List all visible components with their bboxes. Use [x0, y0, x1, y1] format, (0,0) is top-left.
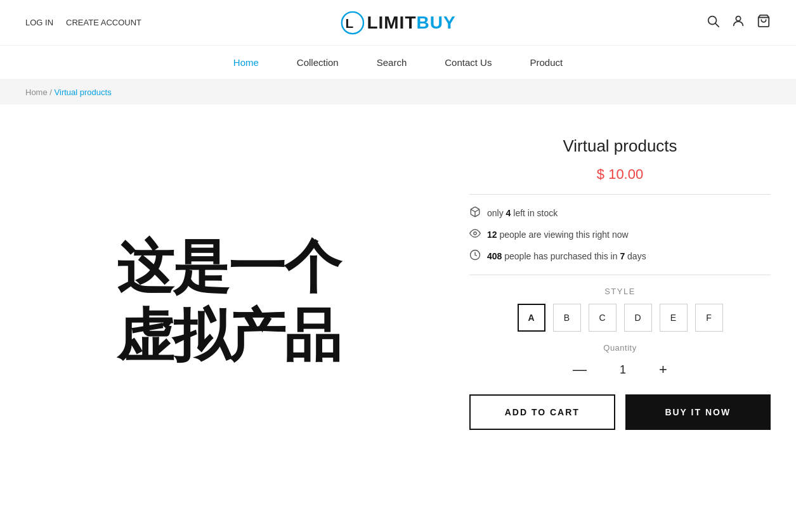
svg-point-7 [474, 232, 477, 235]
action-buttons: ADD TO CART BUY IT NOW [469, 394, 771, 430]
quantity-increase-button[interactable]: + [653, 360, 674, 379]
style-label: STYLE [469, 287, 771, 296]
nav-home[interactable]: Home [233, 57, 259, 68]
style-options: A B C D E F [469, 304, 771, 332]
product-image-area: 这是一个 虚拟产品 [25, 130, 431, 472]
breadcrumb-separator: / [49, 88, 52, 97]
breadcrumb-current: Virtual products [55, 88, 112, 97]
stock-info: only 4 left in stock 12 people are viewi… [469, 206, 771, 263]
logo-buy: BUY [416, 13, 455, 33]
buy-now-button[interactable]: BUY IT NOW [625, 394, 771, 430]
breadcrumb: Home / Virtual products [0, 80, 796, 105]
add-to-cart-button[interactable]: ADD TO CART [469, 394, 615, 430]
header: LOG IN CREATE ACCOUNT L LIMITBUY [0, 0, 796, 46]
purchase-icon [469, 249, 481, 263]
product-image-line2: 虚拟产品 [117, 301, 340, 370]
svg-point-4 [736, 16, 740, 21]
product-image-line1: 这是一个 [117, 233, 340, 301]
style-option-e[interactable]: E [660, 304, 688, 332]
style-option-a[interactable]: A [518, 304, 545, 332]
style-option-b[interactable]: B [553, 304, 581, 332]
style-option-c[interactable]: C [589, 304, 617, 332]
nav-contact-us[interactable]: Contact Us [445, 57, 492, 68]
product-price: $ 10.00 [469, 166, 771, 183]
viewers-count: 12 [487, 230, 497, 240]
stock-row: only 4 left in stock [469, 206, 771, 220]
purchased-text: 408 people has purchased this in 7 days [487, 251, 646, 261]
cart-icon[interactable] [757, 14, 771, 31]
nav-search[interactable]: Search [377, 57, 407, 68]
product-image-box: 这是一个 虚拟产品 [25, 130, 431, 472]
viewers-text: 12 people are viewing this right now [487, 230, 629, 240]
nav-product[interactable]: Product [530, 57, 563, 68]
search-icon[interactable] [706, 14, 720, 31]
create-account-link[interactable]: CREATE ACCOUNT [66, 18, 141, 27]
style-section: STYLE A B C D E F [469, 287, 771, 332]
logo-limit: LIMIT [367, 13, 416, 33]
divider-stock [469, 275, 771, 275]
quantity-control: — 1 + [469, 360, 771, 379]
product-layout: 这是一个 虚拟产品 Virtual products $ 10.00 only … [0, 105, 796, 510]
quantity-label: Quantity [469, 343, 771, 353]
header-right-icons [706, 14, 771, 31]
account-icon[interactable] [731, 14, 745, 31]
quantity-decrease-button[interactable]: — [566, 360, 593, 379]
login-link[interactable]: LOG IN [25, 18, 53, 27]
purchased-days: 7 [620, 251, 625, 261]
nav-bar: Home Collection Search Contact Us Produc… [0, 46, 796, 80]
style-option-d[interactable]: D [624, 304, 652, 332]
product-image-text: 这是一个 虚拟产品 [117, 233, 340, 370]
svg-text:L: L [345, 15, 354, 30]
product-title: Virtual products [469, 136, 771, 156]
stock-text: only 4 left in stock [487, 208, 558, 218]
product-details: Virtual products $ 10.00 only 4 left in … [469, 130, 771, 472]
quantity-section: Quantity — 1 + [469, 343, 771, 379]
logo[interactable]: L LIMITBUY [340, 11, 455, 35]
divider-price [469, 194, 771, 195]
purchased-count: 408 [487, 251, 502, 261]
box-icon [469, 206, 481, 220]
style-option-f[interactable]: F [695, 304, 723, 332]
logo-icon: L [340, 11, 364, 35]
nav-collection[interactable]: Collection [297, 57, 339, 68]
viewers-row: 12 people are viewing this right now [469, 228, 771, 242]
stock-count: 4 [506, 208, 511, 218]
eye-icon [469, 228, 481, 242]
header-left-links: LOG IN CREATE ACCOUNT [25, 18, 141, 27]
svg-line-3 [715, 23, 719, 27]
breadcrumb-home[interactable]: Home [25, 88, 48, 97]
quantity-value: 1 [613, 363, 632, 377]
purchased-row: 408 people has purchased this in 7 days [469, 249, 771, 263]
